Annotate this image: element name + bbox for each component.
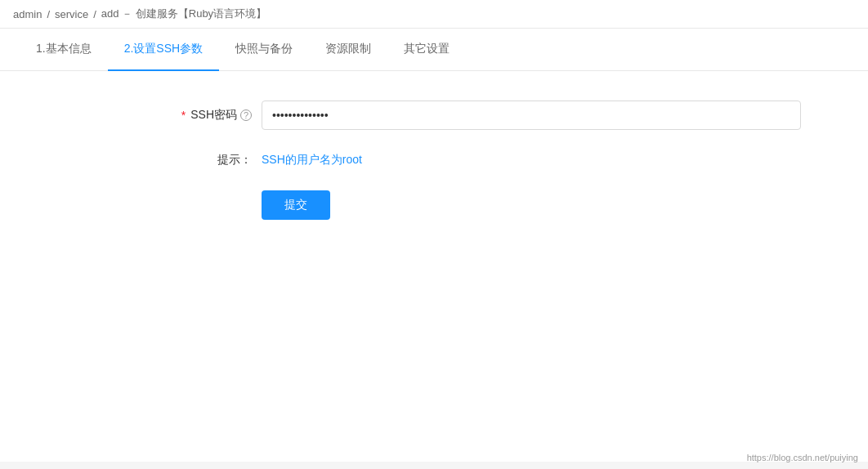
- help-icon[interactable]: ?: [240, 109, 252, 121]
- separator-1: /: [47, 8, 50, 20]
- tab-ssh-params[interactable]: 2.设置SSH参数: [108, 29, 219, 71]
- breadcrumb-service[interactable]: service: [55, 8, 88, 20]
- hint-row: 提示： SSH的用户名为root: [0, 153, 868, 168]
- breadcrumb: admin / service / add － 创建服务【Ruby语言环境】: [0, 0, 868, 29]
- ssh-password-control: [262, 100, 801, 130]
- ssh-password-label-text: SSH密码: [190, 108, 237, 123]
- tab-basic-info[interactable]: 1.基本信息: [20, 29, 108, 71]
- hint-label: 提示：: [0, 153, 262, 168]
- ssh-password-label: * SSH密码 ?: [0, 108, 262, 123]
- hint-label-text: 提示：: [217, 153, 252, 168]
- ssh-password-input[interactable]: [262, 100, 801, 130]
- tab-resource-limit[interactable]: 资源限制: [309, 29, 387, 71]
- hint-control: SSH的用户名为root: [262, 153, 801, 168]
- breadcrumb-admin[interactable]: admin: [13, 8, 42, 20]
- required-star: *: [181, 109, 186, 122]
- ssh-password-row: * SSH密码 ?: [0, 100, 868, 130]
- hint-text: SSH的用户名为root: [262, 148, 362, 171]
- watermark: https://blog.csdn.net/puiying: [747, 453, 858, 462]
- tabs-bar: 1.基本信息 2.设置SSH参数 快照与备份 资源限制 其它设置: [0, 29, 868, 71]
- form-area: * SSH密码 ? 提示： SSH的用户名为root 提交: [0, 71, 868, 252]
- submit-button[interactable]: 提交: [262, 190, 330, 220]
- tab-other-settings[interactable]: 其它设置: [387, 29, 466, 71]
- main-content: 1.基本信息 2.设置SSH参数 快照与备份 资源限制 其它设置 * SSH密码…: [0, 29, 868, 462]
- tab-snapshot-backup[interactable]: 快照与备份: [219, 29, 309, 71]
- separator-2: /: [93, 8, 96, 20]
- submit-row: 提交: [0, 190, 868, 220]
- breadcrumb-current: add － 创建服务【Ruby语言环境】: [101, 7, 266, 21]
